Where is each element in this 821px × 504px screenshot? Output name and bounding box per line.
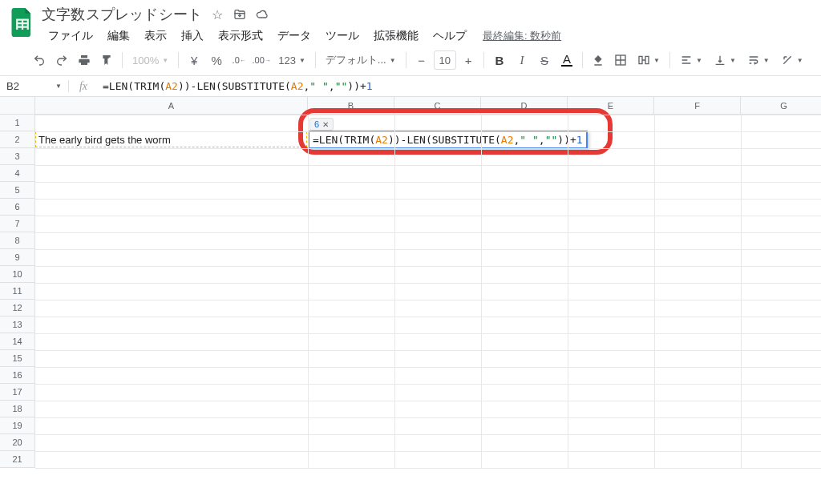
row-header-10[interactable]: 10 <box>0 266 35 283</box>
dec-dec-label: .0 <box>233 55 240 65</box>
row-header-20[interactable]: 20 <box>0 434 35 451</box>
bold-button[interactable]: B <box>489 50 510 71</box>
star-icon[interactable]: ☆ <box>210 7 224 22</box>
decrease-decimal-button[interactable]: .0← <box>229 50 249 71</box>
row-header-15[interactable]: 15 <box>0 350 35 367</box>
more-formats-label: 123 <box>278 54 296 67</box>
row-header-17[interactable]: 17 <box>0 384 35 401</box>
formula-preview-chip[interactable]: 6 ✕ <box>309 118 334 131</box>
row-header-3[interactable]: 3 <box>0 148 35 165</box>
name-box[interactable]: B2 ▼ <box>0 80 69 92</box>
fill-color-button[interactable] <box>588 50 609 71</box>
row-header-11[interactable]: 11 <box>0 283 35 300</box>
select-all-corner[interactable] <box>0 97 35 115</box>
row-header-12[interactable]: 12 <box>0 300 35 317</box>
menu-tools[interactable]: ツール <box>319 26 366 46</box>
strike-button[interactable]: S <box>534 50 555 71</box>
italic-button[interactable]: I <box>512 50 532 71</box>
col-header-g[interactable]: G <box>741 97 821 115</box>
font-size-dec[interactable]: − <box>411 50 432 71</box>
cloud-status-icon[interactable] <box>255 7 269 22</box>
text-color-button[interactable]: A <box>556 50 577 71</box>
menu-file[interactable]: ファイル <box>42 26 99 46</box>
chevron-down-icon: ▼ <box>55 83 62 90</box>
row-header-13[interactable]: 13 <box>0 317 35 333</box>
row-header-5[interactable]: 5 <box>0 182 35 199</box>
menu-insert[interactable]: 挿入 <box>175 26 210 46</box>
row-header-21[interactable]: 21 <box>0 451 35 468</box>
print-button[interactable] <box>74 50 95 71</box>
merge-button[interactable]: ▼ <box>633 50 665 70</box>
font-label: デフォルト... <box>326 53 386 67</box>
formula-bar: B2 ▼ fx =LEN(TRIM(A2))-LEN(SUBSTITUTE(A2… <box>0 76 821 97</box>
menu-data[interactable]: データ <box>271 26 317 46</box>
col-header-b[interactable]: B <box>308 97 394 115</box>
close-icon[interactable]: ✕ <box>322 120 329 129</box>
row-header-16[interactable]: 16 <box>0 367 35 384</box>
font-size-value: 10 <box>439 54 451 67</box>
undo-button[interactable] <box>29 50 50 71</box>
redo-button[interactable] <box>51 50 72 71</box>
doc-title[interactable]: 文字数スプレッドシート <box>42 5 202 24</box>
zoom-select[interactable]: 100%▼ <box>127 50 173 70</box>
row-header-7[interactable]: 7 <box>0 216 35 232</box>
text-color-label: A <box>561 54 572 67</box>
col-header-a[interactable]: A <box>35 97 308 115</box>
percent-button[interactable]: % <box>206 50 227 71</box>
borders-button[interactable] <box>610 50 631 71</box>
sheets-logo[interactable] <box>6 6 38 38</box>
more-formats-select[interactable]: 123▼ <box>273 50 310 70</box>
row-header-1[interactable]: 1 <box>0 115 35 131</box>
move-folder-icon[interactable] <box>233 7 247 22</box>
valign-button[interactable]: ▼ <box>709 50 741 70</box>
menu-edit[interactable]: 編集 <box>101 26 136 46</box>
menu-help[interactable]: ヘルプ <box>427 26 473 46</box>
col-header-f[interactable]: F <box>654 97 741 115</box>
menu-view[interactable]: 表示 <box>138 26 173 46</box>
row-header-2[interactable]: 2 <box>0 131 35 148</box>
col-header-e[interactable]: E <box>568 97 654 115</box>
last-edit-link[interactable]: 最終編集: 数秒前 <box>483 29 561 43</box>
menu-bar: ファイル 編集 表示 挿入 表示形式 データ ツール 拡張機能 ヘルプ 最終編集… <box>38 24 811 46</box>
col-header-c[interactable]: C <box>394 97 481 115</box>
spreadsheet-grid[interactable]: ABCDEFG 12345678910111213141516171819202… <box>0 97 821 482</box>
wrap-button[interactable]: ▼ <box>742 50 774 70</box>
menu-format[interactable]: 表示形式 <box>212 26 269 46</box>
menu-extensions[interactable]: 拡張機能 <box>367 26 425 46</box>
col-header-d[interactable]: D <box>481 97 568 115</box>
row-header-6[interactable]: 6 <box>0 199 35 216</box>
name-box-value: B2 <box>6 80 19 92</box>
font-size-input[interactable]: 10 <box>434 50 456 70</box>
formula-preview-value: 6 <box>314 119 319 129</box>
row-header-8[interactable]: 8 <box>0 232 35 249</box>
currency-button[interactable]: ¥ <box>184 50 204 71</box>
row-header-9[interactable]: 9 <box>0 249 35 266</box>
copy-border <box>35 131 307 147</box>
row-header-14[interactable]: 14 <box>0 333 35 350</box>
dec-inc-label: .00 <box>253 55 265 65</box>
font-select[interactable]: デフォルト...▼ <box>321 50 401 70</box>
fx-icon: fx <box>69 80 98 93</box>
increase-decimal-button[interactable]: .00→ <box>251 50 272 71</box>
zoom-value: 100% <box>132 54 159 67</box>
cell-editor[interactable]: =LEN(TRIM(A2))-LEN(SUBSTITUTE(A2," ","")… <box>308 131 588 149</box>
row-header-4[interactable]: 4 <box>0 165 35 182</box>
formula-input[interactable]: =LEN(TRIM(A2))-LEN(SUBSTITUTE(A2," ","")… <box>98 80 821 92</box>
paint-format-button[interactable] <box>96 50 117 71</box>
font-size-inc[interactable]: + <box>458 50 479 71</box>
toolbar: 100%▼ ¥ % .0← .00→ 123▼ デフォルト...▼ − 10 +… <box>0 46 821 76</box>
row-header-19[interactable]: 19 <box>0 417 35 434</box>
row-header-18[interactable]: 18 <box>0 401 35 417</box>
halign-button[interactable]: ▼ <box>675 50 707 70</box>
rotate-button[interactable]: ▼ <box>776 50 808 70</box>
